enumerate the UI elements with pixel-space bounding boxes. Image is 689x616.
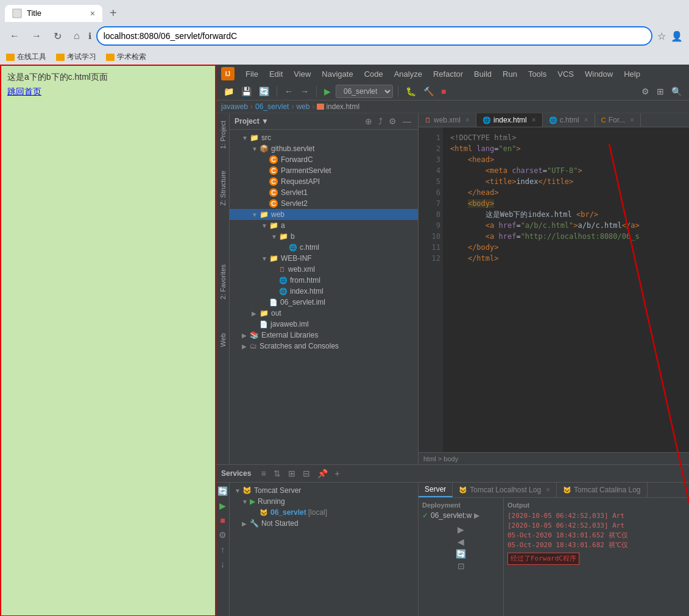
toolbar-search-btn[interactable]: 🔍: [669, 85, 684, 97]
services-running[interactable]: ▼ ▶ Running: [230, 496, 418, 507]
tab-close-indexhtml[interactable]: ×: [532, 116, 536, 124]
deploy-stop[interactable]: ⊡: [422, 561, 500, 571]
menu-analyze[interactable]: Analyze: [389, 68, 427, 80]
side-tab-web[interactable]: Web: [218, 328, 228, 352]
menu-vcs[interactable]: VCS: [553, 68, 579, 80]
tree-item-webxml[interactable]: 🗒 web.xml: [230, 264, 418, 275]
tree-item-fromhtml[interactable]: 🌐 from.html: [230, 275, 418, 286]
tab-close-chtml[interactable]: ×: [584, 116, 588, 124]
toolbar-folder-btn[interactable]: 📁: [221, 85, 236, 97]
services-run-btn[interactable]: ▶: [217, 500, 228, 512]
browser-tab[interactable]: Title ×: [5, 5, 102, 22]
side-tab-project[interactable]: 1: Project: [218, 116, 228, 154]
new-tab-button[interactable]: +: [105, 4, 122, 23]
menu-run[interactable]: Run: [498, 68, 522, 80]
tree-item-javaweb-iml[interactable]: 📄 javaweb.iml: [230, 319, 418, 330]
tab-close-forwardc[interactable]: ×: [630, 116, 634, 124]
menu-view[interactable]: View: [289, 68, 316, 80]
tab-close-webxml[interactable]: ×: [465, 116, 470, 124]
menu-tools[interactable]: Tools: [523, 68, 551, 80]
side-tab-structure[interactable]: Z: Structure: [218, 166, 228, 210]
tree-item-servlet1[interactable]: C Servlet1: [230, 187, 418, 198]
panel-settings-btn[interactable]: ⚙: [387, 116, 398, 127]
services-tab-catalina-log[interactable]: 🐱 Tomcat Catalina Log: [557, 483, 647, 497]
tree-item-github-servlet[interactable]: ▼ 📦 github.servlet: [230, 143, 418, 154]
tree-item-ext-libs[interactable]: ▶ 📚 External Libraries: [230, 330, 418, 341]
menu-refactor[interactable]: Refactor: [428, 68, 468, 80]
toolbar-sync-btn[interactable]: 🔄: [256, 85, 272, 97]
breadcrumb-part[interactable]: javaweb: [221, 102, 248, 111]
services-tab-localhost-log[interactable]: 🐱 Tomcat Localhost Log ×: [453, 483, 557, 497]
services-06-servlet[interactable]: 🐱 06_servlet [local]: [230, 507, 418, 518]
code-editor[interactable]: 123456789101112 <!DOCTYPE html> <html la…: [419, 127, 689, 452]
services-toolbar-group[interactable]: ⊞: [286, 467, 298, 480]
side-tab-favorites[interactable]: 2: Favorites: [218, 260, 228, 304]
tab-close-button[interactable]: ×: [90, 9, 95, 18]
services-toolbar-pin[interactable]: 📌: [315, 467, 330, 480]
tree-item-web[interactable]: ▼ 📁 web: [230, 209, 418, 220]
services-stop-btn[interactable]: ■: [217, 514, 227, 526]
toolbar-fwd-btn[interactable]: →: [298, 85, 311, 97]
bookmark-item[interactable]: 在线工具: [6, 52, 46, 62]
toolbar-back-btn[interactable]: ←: [282, 85, 295, 97]
services-up-btn[interactable]: ↑: [218, 543, 227, 556]
panel-collapse-btn[interactable]: ⤴: [376, 116, 384, 127]
home-button[interactable]: ⌂: [70, 28, 83, 44]
refresh-button[interactable]: ↻: [50, 28, 65, 44]
breadcrumb-part[interactable]: web: [296, 102, 309, 111]
star-icon[interactable]: ☆: [657, 30, 666, 42]
menu-code[interactable]: Code: [359, 68, 388, 80]
services-tomcat-server[interactable]: ▼ 🐱 Tomcat Server: [230, 485, 418, 496]
tree-item-chtml[interactable]: 🌐 c.html: [230, 242, 418, 253]
menu-window[interactable]: Window: [580, 68, 618, 80]
tree-item-iml[interactable]: 📄 06_servlet.iml: [230, 297, 418, 308]
tree-item-src[interactable]: ▼ 📁 src: [230, 132, 418, 143]
panel-minimize-btn[interactable]: —: [401, 116, 413, 127]
breadcrumb-part[interactable]: 06_servlet: [255, 102, 289, 111]
services-not-started[interactable]: ▶ 🔧 Not Started: [230, 518, 418, 529]
tab-close-localhost[interactable]: ×: [546, 486, 550, 494]
menu-edit[interactable]: Edit: [264, 68, 288, 80]
project-selector[interactable]: 06_servlet: [336, 85, 393, 98]
menu-file[interactable]: File: [241, 68, 263, 80]
tree-item-servlet2[interactable]: C Servlet2: [230, 198, 418, 209]
toolbar-run-btn[interactable]: ▶: [322, 85, 333, 97]
tree-item-scratches[interactable]: ▶ 🗂 Scratches and Consoles: [230, 341, 418, 352]
services-tab-server[interactable]: Server: [419, 483, 453, 497]
toolbar-layout-btn[interactable]: ⊞: [654, 85, 666, 97]
tab-webxml[interactable]: 🗒 web.xml ×: [419, 113, 476, 127]
menu-help[interactable]: Help: [619, 68, 645, 80]
tab-indexhtml[interactable]: 🌐 index.html ×: [476, 113, 543, 127]
back-button[interactable]: ←: [6, 28, 23, 44]
services-toolbar-collapse-all[interactable]: ≡: [258, 467, 268, 480]
panel-add-btn[interactable]: ⊕: [363, 116, 374, 127]
tree-item-parmentservlet[interactable]: C ParmentServlet: [230, 165, 418, 176]
services-toolbar-filter[interactable]: ⊟: [300, 467, 313, 480]
services-toolbar-add[interactable]: +: [333, 467, 342, 480]
address-input[interactable]: [96, 26, 652, 46]
tab-forwardc[interactable]: C For... ×: [595, 113, 641, 127]
toolbar-build-btn[interactable]: 🔨: [421, 85, 436, 97]
deploy-refresh[interactable]: 🔄: [422, 549, 500, 559]
toolbar-debug-btn[interactable]: 🐛: [403, 85, 419, 97]
menu-build[interactable]: Build: [469, 68, 496, 80]
tree-item-out[interactable]: ▶ 📁 out: [230, 308, 418, 319]
menu-navigate[interactable]: Navigate: [317, 68, 358, 80]
tree-item-forwardc[interactable]: C ForwardC: [230, 154, 418, 165]
bookmark-item[interactable]: 考试学习: [56, 52, 96, 62]
services-down-btn[interactable]: ↓: [218, 558, 227, 570]
deploy-open-btn[interactable]: ▶: [474, 511, 479, 520]
deploy-arrow-right[interactable]: ▶: [422, 525, 500, 534]
deploy-arrow-left[interactable]: ◀: [422, 537, 500, 547]
services-refresh-btn[interactable]: 🔄: [216, 485, 230, 497]
forward-button[interactable]: →: [28, 28, 45, 44]
tab-chtml[interactable]: 🌐 c.html ×: [543, 113, 595, 127]
tree-item-requestapi[interactable]: C RequestAPI: [230, 176, 418, 187]
profile-icon[interactable]: 👤: [671, 30, 683, 42]
toolbar-save-btn[interactable]: 💾: [239, 85, 254, 97]
toolbar-stop-btn[interactable]: ■: [439, 85, 448, 97]
services-toolbar-expand-all[interactable]: ⇅: [271, 467, 283, 480]
page-link[interactable]: 跳回首页: [7, 87, 41, 96]
tree-item-webinf[interactable]: ▼ 📁 WEB-INF: [230, 253, 418, 264]
tree-item-indexhtml[interactable]: 🌐 index.html: [230, 286, 418, 297]
